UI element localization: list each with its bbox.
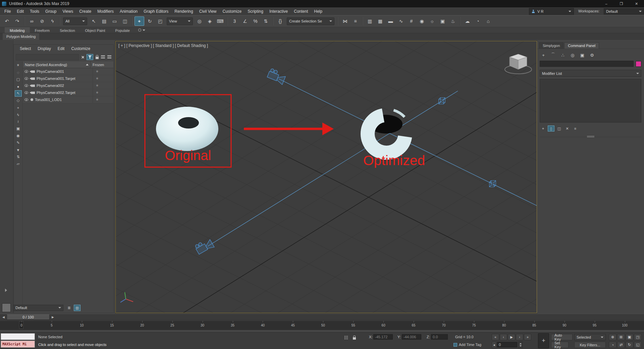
material-editor-icon[interactable]: ◉	[417, 16, 427, 26]
add-time-tag[interactable]: Add Time Tag	[453, 343, 481, 347]
visibility-eye-icon[interactable]	[24, 98, 28, 101]
workspace-dropdown[interactable]: Default	[604, 8, 644, 14]
select-tool-icon[interactable]: ↖	[15, 90, 22, 97]
zoom-extents-button[interactable]: ▣	[626, 334, 633, 340]
phys-camera-1[interactable]	[267, 68, 286, 85]
viewport-label[interactable]: [ + ] [ Perspective ] [ Standard ] [ Def…	[118, 43, 208, 48]
render-setup-icon[interactable]: ☼	[427, 16, 437, 26]
snaps-toggle-icon[interactable]: 3	[230, 16, 239, 26]
play-animation-button[interactable]: ▶	[508, 334, 515, 340]
tab-command-panel[interactable]: Command Panel	[564, 42, 599, 49]
zoom-extents-all-button[interactable]: ◳	[634, 334, 642, 340]
keyboard-shortcut-override-icon[interactable]: ⌨	[215, 16, 225, 26]
ribbon-tab-populate[interactable]: Populate	[110, 27, 135, 33]
polygon-modeling-panel[interactable]: Polygon Modeling	[3, 33, 39, 40]
modifier-stack[interactable]	[540, 79, 641, 122]
object-name-field[interactable]	[540, 61, 634, 67]
layer-color-swatch[interactable]	[2, 303, 11, 312]
explorer-menu-customize[interactable]: Customize	[68, 46, 94, 51]
set-key-button[interactable]: Set Key	[551, 342, 569, 348]
table-row[interactable]: PhysCamera001❄	[23, 68, 113, 75]
ribbon-tab-modeling[interactable]: Modeling	[5, 27, 30, 33]
bind-to-space-warp-icon[interactable]: ϟ	[48, 16, 57, 26]
use-pivot-point-center-icon[interactable]: ◎	[195, 16, 204, 26]
original-torus[interactable]	[156, 107, 218, 151]
display-icon[interactable]: ▣	[579, 52, 586, 58]
name-column-header[interactable]: Name (Sorted Ascending)	[23, 63, 90, 67]
sign-in-account[interactable]: V R	[529, 8, 574, 15]
menu-item-views[interactable]: Views	[59, 8, 76, 15]
create-icon[interactable]: +	[540, 52, 547, 58]
lock-explorer-icon[interactable]	[96, 57, 99, 59]
selection-lock-icon[interactable]	[353, 337, 356, 340]
previous-frame-arrow[interactable]: ◀	[2, 315, 5, 319]
timeline-ruler[interactable]: 0510152025303540455055606570758085909510…	[0, 321, 644, 330]
named-selection-set-dropdown[interactable]: Create Selection Se	[287, 17, 334, 25]
visibility-eye-icon[interactable]	[24, 70, 28, 73]
next-frame-arrow[interactable]: ▶	[52, 315, 54, 319]
schematic-view-icon[interactable]: #	[407, 16, 416, 26]
close-button[interactable]: ✕	[629, 0, 644, 7]
filter-button[interactable]	[87, 54, 93, 60]
configure-modifier-sets-icon[interactable]: ≡	[572, 126, 579, 132]
menu-item-file[interactable]: File	[1, 8, 14, 15]
column-options-icon[interactable]	[107, 55, 111, 59]
window-crossing-toggle-icon[interactable]: ◫	[120, 16, 130, 26]
display-geometry-icon[interactable]: ●	[15, 83, 22, 90]
explorer-search-input[interactable]	[16, 54, 79, 60]
z-coord-field[interactable]: 0.0	[431, 334, 448, 340]
select-link-icon[interactable]: ∞	[27, 16, 37, 26]
display-bones-icon[interactable]: ≀	[15, 118, 22, 125]
visibility-eye-icon[interactable]	[24, 84, 28, 87]
tab-simplygon[interactable]: Simplygon	[539, 42, 564, 49]
percent-snap-toggle-icon[interactable]: %	[251, 16, 260, 26]
menu-item-interactive[interactable]: Interactive	[266, 8, 291, 15]
find-icon[interactable]: ◌	[15, 69, 22, 76]
display-by-layer-icon[interactable]: ≣	[66, 305, 72, 311]
utilities-icon[interactable]: ⚙	[588, 52, 596, 58]
menu-item-help[interactable]: Help	[311, 8, 325, 15]
reference-coordinate-dropdown[interactable]: View	[167, 17, 193, 25]
menu-item-scripting[interactable]: Scripting	[245, 8, 266, 15]
rendered-frame-window-icon[interactable]: ▣	[438, 16, 447, 26]
show-end-result-icon[interactable]: ▯	[548, 126, 554, 132]
go-to-end-button[interactable]: »	[524, 334, 531, 340]
render-production-icon[interactable]: ♨	[448, 16, 458, 26]
filter-combinations-icon[interactable]: ▼	[15, 147, 22, 153]
sort-mode-icon[interactable]: ⇅	[15, 154, 22, 160]
menu-item-rendering[interactable]: Rendering	[171, 8, 196, 15]
select-and-manipulate-icon[interactable]: ◈	[205, 16, 215, 26]
phys-camera-2[interactable]	[194, 238, 214, 256]
display-lights-icon[interactable]: ☀	[15, 62, 22, 68]
pan-view-button[interactable]: ⇄	[617, 342, 625, 348]
display-shapes-icon[interactable]: ◇	[15, 97, 22, 104]
toggle-scene-explorer-icon[interactable]: ▥	[365, 16, 375, 26]
menu-item-modifiers[interactable]: Modifiers	[94, 8, 117, 15]
make-unique-icon[interactable]: ◫	[556, 126, 562, 132]
rectangular-selection-region-icon[interactable]: ▭	[110, 16, 119, 26]
display-space-warps-icon[interactable]: ϟ	[15, 111, 22, 118]
view-cube[interactable]	[505, 54, 532, 74]
spinner-snap-toggle-icon[interactable]: ⇅	[261, 16, 271, 26]
active-layer-dropdown[interactable]: Default	[13, 305, 63, 311]
list-view-icon[interactable]	[101, 55, 105, 59]
menu-item-tools[interactable]: Tools	[27, 8, 42, 15]
field-of-view-button[interactable]: ◔	[609, 342, 616, 348]
mirror-icon[interactable]: ⋈	[340, 16, 350, 26]
set-keys-button[interactable]: +	[538, 333, 549, 348]
time-slider-track[interactable]: ◀ 0 / 100 ▶	[0, 314, 644, 320]
frame-spinner[interactable]	[518, 342, 523, 348]
visibility-eye-icon[interactable]	[24, 77, 28, 80]
render-in-cloud-icon[interactable]: ☁	[463, 16, 472, 26]
separator-handle-icon[interactable]	[587, 136, 594, 138]
select-and-uniform-scale-icon[interactable]: ◰	[155, 16, 165, 26]
ribbon-tab-selection[interactable]: Selection	[55, 27, 80, 33]
transform-typein-mode-icon[interactable]	[344, 336, 348, 339]
modify-icon[interactable]: ⌒	[549, 52, 557, 58]
menu-item-edit[interactable]: Edit	[14, 8, 27, 15]
maximize-viewport-toggle-button[interactable]: ◱	[634, 342, 642, 348]
explorer-menu-display[interactable]: Display	[34, 46, 54, 51]
auto-key-button[interactable]: Auto Key	[551, 334, 573, 340]
undo-icon[interactable]: ↶	[2, 16, 12, 26]
orbit-button[interactable]: ↻	[626, 342, 633, 348]
